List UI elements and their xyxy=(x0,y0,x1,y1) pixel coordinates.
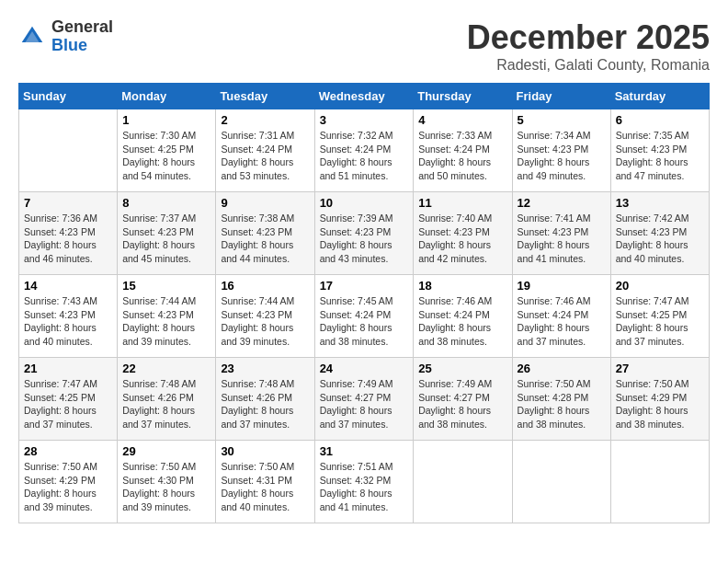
day-info: Sunrise: 7:43 AM Sunset: 4:23 PM Dayligh… xyxy=(24,294,112,349)
day-number: 13 xyxy=(616,196,704,210)
day-number: 3 xyxy=(320,113,409,127)
day-info: Sunrise: 7:47 AM Sunset: 4:25 PM Dayligh… xyxy=(616,294,704,349)
week-row-4: 21Sunrise: 7:47 AM Sunset: 4:25 PM Dayli… xyxy=(19,358,710,441)
day-number: 7 xyxy=(24,196,112,210)
calendar-header: SundayMondayTuesdayWednesdayThursdayFrid… xyxy=(19,84,710,109)
calendar-body: 1Sunrise: 7:30 AM Sunset: 4:25 PM Daylig… xyxy=(19,109,710,523)
day-info: Sunrise: 7:50 AM Sunset: 4:28 PM Dayligh… xyxy=(518,377,606,431)
title-section: December 2025 Radesti, Galati County, Ro… xyxy=(467,18,710,74)
day-number: 11 xyxy=(418,196,506,210)
day-cell: 17Sunrise: 7:45 AM Sunset: 4:24 PM Dayli… xyxy=(314,275,414,358)
week-row-5: 28Sunrise: 7:50 AM Sunset: 4:29 PM Dayli… xyxy=(19,441,710,523)
day-info: Sunrise: 7:46 AM Sunset: 4:24 PM Dayligh… xyxy=(518,294,606,349)
day-cell: 11Sunrise: 7:40 AM Sunset: 4:23 PM Dayli… xyxy=(414,192,512,275)
day-number: 23 xyxy=(221,362,309,375)
day-number: 12 xyxy=(518,196,606,210)
day-cell: 2Sunrise: 7:31 AM Sunset: 4:24 PM Daylig… xyxy=(216,109,314,192)
day-number: 29 xyxy=(122,444,210,458)
day-number: 14 xyxy=(24,279,112,293)
day-cell: 12Sunrise: 7:41 AM Sunset: 4:23 PM Dayli… xyxy=(512,192,610,275)
day-cell: 6Sunrise: 7:35 AM Sunset: 4:23 PM Daylig… xyxy=(610,109,709,192)
day-info: Sunrise: 7:44 AM Sunset: 4:23 PM Dayligh… xyxy=(221,294,309,349)
day-cell: 23Sunrise: 7:48 AM Sunset: 4:26 PM Dayli… xyxy=(216,358,314,441)
logo-blue-text: Blue xyxy=(51,37,113,55)
day-cell: 30Sunrise: 7:50 AM Sunset: 4:31 PM Dayli… xyxy=(216,441,314,523)
header-cell-sunday: Sunday xyxy=(19,84,118,109)
day-info: Sunrise: 7:36 AM Sunset: 4:23 PM Dayligh… xyxy=(24,212,112,266)
day-cell: 26Sunrise: 7:50 AM Sunset: 4:28 PM Dayli… xyxy=(512,358,610,441)
day-info: Sunrise: 7:41 AM Sunset: 4:23 PM Dayligh… xyxy=(518,212,606,266)
day-number: 18 xyxy=(418,279,506,293)
day-info: Sunrise: 7:49 AM Sunset: 4:27 PM Dayligh… xyxy=(418,377,506,431)
day-cell: 5Sunrise: 7:34 AM Sunset: 4:23 PM Daylig… xyxy=(512,109,610,192)
header-cell-thursday: Thursday xyxy=(414,84,512,109)
day-info: Sunrise: 7:37 AM Sunset: 4:23 PM Dayligh… xyxy=(122,212,210,266)
day-number: 24 xyxy=(320,362,409,375)
day-number: 27 xyxy=(616,362,704,375)
day-cell: 25Sunrise: 7:49 AM Sunset: 4:27 PM Dayli… xyxy=(414,358,512,441)
header-cell-tuesday: Tuesday xyxy=(216,84,314,109)
day-number: 6 xyxy=(616,113,704,127)
day-info: Sunrise: 7:31 AM Sunset: 4:24 PM Dayligh… xyxy=(221,129,309,183)
day-cell: 29Sunrise: 7:50 AM Sunset: 4:30 PM Dayli… xyxy=(118,441,216,523)
day-number: 28 xyxy=(24,444,112,458)
logo-general-text: General xyxy=(51,18,113,37)
logo-icon xyxy=(18,23,46,51)
day-number: 26 xyxy=(518,362,606,375)
day-info: Sunrise: 7:50 AM Sunset: 4:31 PM Dayligh… xyxy=(221,460,309,514)
day-cell xyxy=(610,441,709,523)
day-cell: 16Sunrise: 7:44 AM Sunset: 4:23 PM Dayli… xyxy=(216,275,314,358)
day-number: 4 xyxy=(418,113,506,127)
week-row-3: 14Sunrise: 7:43 AM Sunset: 4:23 PM Dayli… xyxy=(19,275,710,358)
day-number: 15 xyxy=(122,279,210,293)
day-info: Sunrise: 7:46 AM Sunset: 4:24 PM Dayligh… xyxy=(418,294,506,349)
day-number: 5 xyxy=(518,113,606,127)
day-number: 17 xyxy=(320,279,409,293)
day-cell: 8Sunrise: 7:37 AM Sunset: 4:23 PM Daylig… xyxy=(118,192,216,275)
day-cell: 13Sunrise: 7:42 AM Sunset: 4:23 PM Dayli… xyxy=(610,192,709,275)
day-info: Sunrise: 7:51 AM Sunset: 4:32 PM Dayligh… xyxy=(320,460,409,514)
day-info: Sunrise: 7:40 AM Sunset: 4:23 PM Dayligh… xyxy=(418,212,506,266)
week-row-1: 1Sunrise: 7:30 AM Sunset: 4:25 PM Daylig… xyxy=(19,109,710,192)
day-info: Sunrise: 7:48 AM Sunset: 4:26 PM Dayligh… xyxy=(221,377,309,431)
header-cell-monday: Monday xyxy=(118,84,216,109)
day-number: 16 xyxy=(221,279,309,293)
day-number: 31 xyxy=(320,444,409,458)
day-number: 22 xyxy=(122,362,210,375)
day-cell xyxy=(512,441,610,523)
location-title: Radesti, Galati County, Romania xyxy=(467,57,710,74)
day-info: Sunrise: 7:45 AM Sunset: 4:24 PM Dayligh… xyxy=(320,294,409,349)
day-cell: 1Sunrise: 7:30 AM Sunset: 4:25 PM Daylig… xyxy=(118,109,216,192)
month-title: December 2025 xyxy=(467,18,710,57)
day-info: Sunrise: 7:33 AM Sunset: 4:24 PM Dayligh… xyxy=(418,129,506,183)
header-cell-saturday: Saturday xyxy=(610,84,709,109)
day-cell: 27Sunrise: 7:50 AM Sunset: 4:29 PM Dayli… xyxy=(610,358,709,441)
day-info: Sunrise: 7:34 AM Sunset: 4:23 PM Dayligh… xyxy=(518,129,606,183)
day-cell: 21Sunrise: 7:47 AM Sunset: 4:25 PM Dayli… xyxy=(19,358,118,441)
day-cell: 19Sunrise: 7:46 AM Sunset: 4:24 PM Dayli… xyxy=(512,275,610,358)
logo: General Blue xyxy=(18,18,113,55)
day-number: 20 xyxy=(616,279,704,293)
day-info: Sunrise: 7:32 AM Sunset: 4:24 PM Dayligh… xyxy=(320,129,409,183)
logo-text: General Blue xyxy=(51,18,113,55)
day-cell: 10Sunrise: 7:39 AM Sunset: 4:23 PM Dayli… xyxy=(314,192,414,275)
week-row-2: 7Sunrise: 7:36 AM Sunset: 4:23 PM Daylig… xyxy=(19,192,710,275)
header-row: SundayMondayTuesdayWednesdayThursdayFrid… xyxy=(19,84,710,109)
day-number: 25 xyxy=(418,362,506,375)
day-number: 10 xyxy=(320,196,409,210)
day-info: Sunrise: 7:50 AM Sunset: 4:29 PM Dayligh… xyxy=(616,377,704,431)
day-number: 2 xyxy=(221,113,309,127)
day-info: Sunrise: 7:38 AM Sunset: 4:23 PM Dayligh… xyxy=(221,212,309,266)
day-info: Sunrise: 7:50 AM Sunset: 4:30 PM Dayligh… xyxy=(122,460,210,514)
day-info: Sunrise: 7:49 AM Sunset: 4:27 PM Dayligh… xyxy=(320,377,409,431)
day-cell xyxy=(414,441,512,523)
day-cell: 24Sunrise: 7:49 AM Sunset: 4:27 PM Dayli… xyxy=(314,358,414,441)
day-number: 9 xyxy=(221,196,309,210)
day-info: Sunrise: 7:35 AM Sunset: 4:23 PM Dayligh… xyxy=(616,129,704,183)
header-cell-wednesday: Wednesday xyxy=(314,84,414,109)
header-cell-friday: Friday xyxy=(512,84,610,109)
day-info: Sunrise: 7:50 AM Sunset: 4:29 PM Dayligh… xyxy=(24,460,112,514)
day-number: 30 xyxy=(221,444,309,458)
day-number: 19 xyxy=(518,279,606,293)
day-info: Sunrise: 7:39 AM Sunset: 4:23 PM Dayligh… xyxy=(320,212,409,266)
